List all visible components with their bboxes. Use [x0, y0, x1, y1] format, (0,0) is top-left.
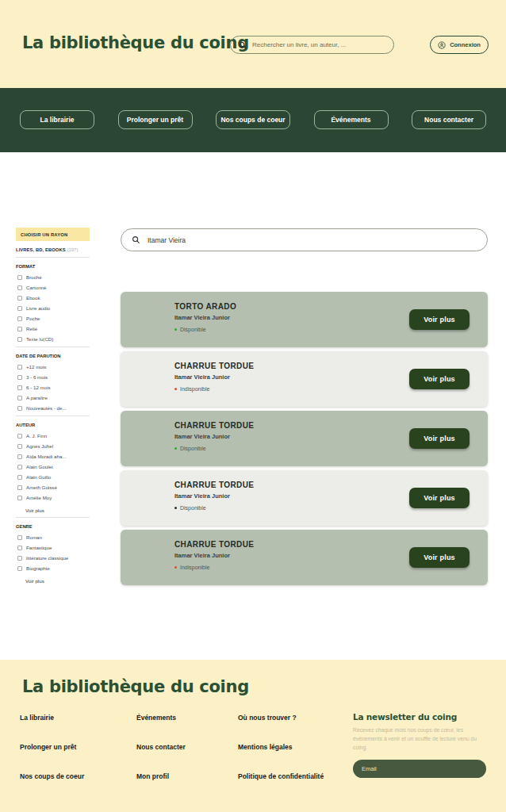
status-label: Indisponible: [180, 386, 209, 392]
filter-option[interactable]: Broché: [17, 274, 90, 280]
filter-option-label: +12 mois: [26, 364, 46, 370]
divider: [16, 517, 90, 518]
book-author: Itamar Vieira Junior: [174, 492, 230, 500]
footer-link-librairie[interactable]: La librairie: [20, 714, 84, 722]
voir-plus-button[interactable]: Voir plus: [409, 488, 470, 508]
filter-option[interactable]: Fantastique: [17, 545, 90, 550]
book-title: CHARRUE TORDUE: [174, 362, 254, 370]
checkbox-icon: [17, 556, 22, 561]
filter-option[interactable]: Poche: [17, 316, 90, 321]
status-dot-icon: [174, 388, 177, 390]
newsletter-email-input[interactable]: Email: [353, 760, 486, 778]
filter-option[interactable]: Roman: [17, 534, 90, 540]
filter-option[interactable]: A. J. Finn: [17, 433, 90, 439]
filter-group-title-format: FORMAT: [16, 264, 90, 269]
filter-option[interactable]: Nouveautés - de...: [17, 405, 90, 411]
filter-option[interactable]: Ameth Guissé: [17, 485, 90, 490]
filter-option[interactable]: 6 - 12 mois: [17, 385, 90, 390]
nav-item-librairie[interactable]: La librairie: [20, 110, 94, 129]
site-footer: La bibliothèque du coing La librairie Pr…: [0, 660, 506, 812]
checkbox-icon: [17, 296, 22, 301]
login-button[interactable]: Connexion: [430, 36, 489, 54]
footer-link-coups-de-coeur[interactable]: Nos coups de coeur: [20, 772, 84, 780]
results-search-value: Itamar Vieira: [148, 236, 186, 244]
site-header: La bibliothèque du coing Rechercher un l…: [0, 0, 506, 88]
filter-option[interactable]: Alain Goulet: [17, 464, 90, 469]
footer-link-nous-contacter[interactable]: Nous contacter: [136, 743, 186, 751]
nav-item-evenements[interactable]: Événements: [314, 110, 389, 129]
book-card: CHARRUE TORDUE Itamar Vieira Junior Disp…: [121, 470, 488, 526]
book-author: Itamar Vieira Junior: [174, 433, 230, 440]
nav-item-nous-contacter[interactable]: Nous contacter: [412, 110, 486, 129]
divider: [16, 347, 90, 347]
filter-option[interactable]: Texte lu(CD): [17, 336, 90, 342]
footer-link-evenements[interactable]: Événements: [136, 714, 186, 722]
login-label: Connexion: [450, 41, 481, 48]
voir-plus-auteur-link[interactable]: Voir plus: [25, 508, 90, 513]
filter-option[interactable]: littérature classique: [17, 555, 90, 561]
user-icon: [438, 41, 446, 49]
nav-item-prolonger-pret[interactable]: Prolonger un prêt: [118, 110, 193, 129]
voir-plus-button[interactable]: Voir plus: [409, 547, 470, 568]
status-label: Indisponible: [180, 565, 209, 570]
site-logo[interactable]: La bibliothèque du coing: [22, 33, 249, 52]
checkbox-icon: [17, 546, 22, 550]
footer-link-ou-nous-trouver[interactable]: Où nous trouver ?: [238, 714, 324, 722]
checkbox-icon: [17, 365, 22, 370]
checkbox-icon: [17, 566, 22, 571]
status-dot-icon: [174, 507, 177, 509]
filter-option-label: Broché: [26, 274, 42, 280]
filter-option-label: Ebook: [26, 295, 40, 301]
checkbox-icon: [17, 375, 22, 380]
filter-group-title-genre: GENRE: [16, 524, 90, 529]
filter-option[interactable]: Livre audio: [17, 305, 90, 311]
book-title: CHARRUE TORDUE: [174, 540, 254, 549]
filter-option[interactable]: Cartonné: [17, 285, 90, 290]
book-status: Disponible: [174, 505, 206, 511]
checkbox-icon: [17, 434, 22, 439]
choose-section-chip[interactable]: CHOISIR UN RAYON: [16, 228, 90, 241]
filter-option[interactable]: A paraître: [17, 395, 90, 400]
footer-logo: La bibliothèque du coing: [22, 677, 249, 696]
status-label: Disponible: [180, 446, 206, 451]
footer-link-confidentialite[interactable]: Politique de confidentialité: [238, 772, 324, 780]
status-dot-icon: [174, 328, 177, 331]
filter-option[interactable]: Ebook: [17, 295, 90, 301]
book-status: Disponible: [174, 327, 206, 332]
footer-link-mon-profil[interactable]: Mon profil: [136, 772, 186, 780]
filter-option[interactable]: +12 mois: [17, 364, 90, 370]
status-label: Disponible: [180, 505, 206, 511]
filter-option-label: Cartonné: [26, 285, 46, 290]
checkbox-icon: [17, 316, 22, 321]
nav-item-coups-de-coeur[interactable]: Nos coups de coeur: [216, 110, 290, 129]
status-dot-icon: [174, 447, 177, 450]
voir-plus-button[interactable]: Voir plus: [409, 428, 470, 449]
results-panel: Itamar Vieira TORTO ARADO Itamar Vieira …: [121, 228, 488, 589]
footer-column-2: Événements Nous contacter Mon profil: [136, 714, 186, 780]
filter-option-label: Amélie Moy: [26, 495, 52, 500]
voir-plus-genre-link[interactable]: Voir plus: [25, 578, 90, 584]
filter-option[interactable]: Agnès Juhel: [17, 443, 90, 449]
book-title: TORTO ARADO: [174, 302, 236, 311]
filter-option[interactable]: Aïda Moradi aha...: [17, 454, 90, 459]
voir-plus-button[interactable]: Voir plus: [409, 309, 470, 330]
header-search-bar[interactable]: Rechercher un livre, un auteur, ...: [230, 36, 394, 54]
filter-option-label: Ameth Guissé: [26, 485, 57, 490]
filter-option[interactable]: Biographie: [17, 565, 90, 571]
filter-option-label: Poche: [26, 316, 40, 321]
checkbox-icon: [17, 337, 22, 342]
category-label: LIVRES, BD, EBOOKS (197): [16, 247, 90, 252]
checkbox-icon: [17, 535, 22, 540]
filter-option[interactable]: Alain Guillo: [17, 474, 90, 480]
filters-sidebar: CHOISIR UN RAYON LIVRES, BD, EBOOKS (197…: [16, 228, 90, 588]
filter-option[interactable]: 3 - 6 mois: [17, 374, 90, 380]
book-status: Indisponible: [174, 386, 209, 392]
footer-link-prolonger-pret[interactable]: Prolonger un prêt: [20, 743, 84, 751]
footer-link-mentions-legales[interactable]: Mentions légales: [238, 743, 324, 751]
results-search-input[interactable]: Itamar Vieira: [121, 228, 488, 251]
voir-plus-button[interactable]: Voir plus: [409, 369, 470, 389]
newsletter-section: La newsletter du coing Recevez chaque mo…: [353, 712, 489, 778]
filter-option-label: Agnès Juhel: [26, 443, 53, 449]
filter-option[interactable]: Amélie Moy: [17, 495, 90, 500]
filter-option[interactable]: Relié: [17, 326, 90, 331]
